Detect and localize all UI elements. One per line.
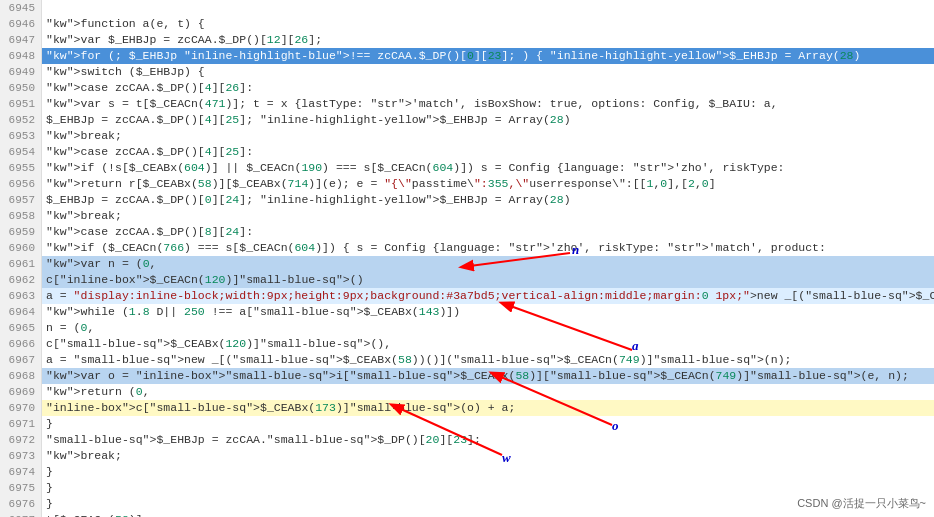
line-number: 6962 (6, 272, 35, 288)
line-number: 6959 (6, 224, 35, 240)
code-line: "kw">while (1.8 D|| 250 !== a["small-blu… (42, 304, 934, 320)
line-number: 6968 (6, 368, 35, 384)
line-number: 6964 (6, 304, 35, 320)
code-line: "kw">var n = (0, (42, 256, 934, 272)
line-number: 6953 (6, 128, 35, 144)
line-number: 6951 (6, 96, 35, 112)
line-number: 6977 (6, 512, 35, 517)
code-line (42, 0, 934, 16)
line-number: 6949 (6, 64, 35, 80)
line-number: 6946 (6, 16, 35, 32)
code-line: a = "display:inline-block;width:9px;heig… (42, 288, 934, 304)
line-number: 6950 (6, 80, 35, 96)
line-number: 6945 (6, 0, 35, 16)
code-line: "kw">return (0, (42, 384, 934, 400)
code-line: "inline-box">c["small-blue-sq">$_CEABx(1… (42, 400, 934, 416)
code-line: c["inline-box">$_CEACn(120)]"small-blue-… (42, 272, 934, 288)
code-line: "kw">break; (42, 128, 934, 144)
line-number: 6963 (6, 288, 35, 304)
line-number: 6948 (6, 48, 35, 64)
code-line: "kw">case zcCAA.$_DP()[4][26]: (42, 80, 934, 96)
line-number: 6954 (6, 144, 35, 160)
line-numbers: 6945694669476948694969506951695269536954… (0, 0, 42, 517)
code-line: "kw">break; (42, 448, 934, 464)
line-number: 6947 (6, 32, 35, 48)
line-number: 6975 (6, 480, 35, 496)
code-line: "small-blue-sq">$_EHBJp = zcCAA."small-b… (42, 432, 934, 448)
line-number: 6965 (6, 320, 35, 336)
code-line: "kw">break; (42, 208, 934, 224)
watermark: CSDN @活捉一只小菜鸟~ (797, 496, 926, 511)
line-number: 6956 (6, 176, 35, 192)
label-n: n (572, 242, 579, 258)
line-number: 6973 (6, 448, 35, 464)
line-number: 6960 (6, 240, 35, 256)
code-line: $_EHBJp = zcCAA.$_DP()[4][25]; "inline-h… (42, 112, 934, 128)
code-line: $_EHBJp = zcCAA.$_DP()[0][24]; "inline-h… (42, 192, 934, 208)
code-line: "kw">return r[$_CEABx(58)][$_CEABx(714)]… (42, 176, 934, 192)
line-number: 6974 (6, 464, 35, 480)
line-number: 6966 (6, 336, 35, 352)
code-line: } (42, 480, 934, 496)
line-number: 6972 (6, 432, 35, 448)
code-line: "kw">switch ($_EHBJp) { (42, 64, 934, 80)
label-w: w (502, 450, 511, 466)
label-a: a (632, 338, 639, 354)
code-line: "kw">function a(e, t) { (42, 16, 934, 32)
code-line: t[$_CEACn(58)] = a; (42, 512, 934, 517)
code-line: } (42, 416, 934, 432)
line-number: 6976 (6, 496, 35, 512)
line-number: 6952 (6, 112, 35, 128)
code-line: } (42, 464, 934, 480)
code-line: "kw">if ($_CEACn(766) === s[$_CEACn(604)… (42, 240, 934, 256)
code-line: a = "small-blue-sq">new _[("small-blue-s… (42, 352, 934, 368)
line-number: 6961 (6, 256, 35, 272)
line-number: 6967 (6, 352, 35, 368)
label-o: o (612, 418, 619, 434)
code-line: "kw">case zcCAA.$_DP()[8][24]: (42, 224, 934, 240)
code-line: "kw">if (!s[$_CEABx(604)] || $_CEACn(190… (42, 160, 934, 176)
code-area[interactable]: "kw">function a(e, t) { "kw">var $_EHBJp… (42, 0, 934, 517)
line-number: 6957 (6, 192, 35, 208)
code-line: "kw">case zcCAA.$_DP()[4][25]: (42, 144, 934, 160)
code-line: n = (0, (42, 320, 934, 336)
code-line: "kw">var o = "inline-box">"small-blue-sq… (42, 368, 934, 384)
code-line: "kw">for (; $_EHBJp "inline-highlight-bl… (42, 48, 934, 64)
code-line: "kw">var $_EHBJp = zcCAA.$_DP()[12][26]; (42, 32, 934, 48)
line-number: 6955 (6, 160, 35, 176)
line-number: 6958 (6, 208, 35, 224)
line-number: 6971 (6, 416, 35, 432)
code-line: c["small-blue-sq">$_CEABx(120)]"small-bl… (42, 336, 934, 352)
code-viewer: 6945694669476948694969506951695269536954… (0, 0, 934, 517)
code-line: "kw">var s = t[$_CEACn(471)]; t = x {las… (42, 96, 934, 112)
line-number: 6969 (6, 384, 35, 400)
line-number: 6970 (6, 400, 35, 416)
